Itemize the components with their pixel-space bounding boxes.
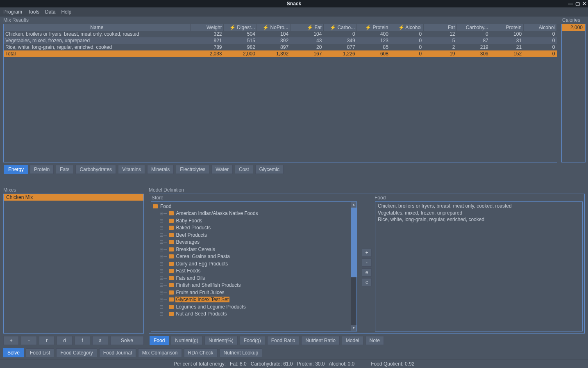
tree-item[interactable]: ⊟─Fast Foods (151, 267, 356, 275)
mix-btn-solve[interactable]: Solve (110, 336, 144, 345)
tree-item[interactable]: ⊟─Finfish and Shellfish Products (151, 282, 356, 289)
folder-icon (169, 283, 174, 287)
mix-btn-+[interactable]: + (3, 336, 19, 345)
scroll-up-icon[interactable]: ▴ (351, 202, 356, 208)
status-carb: Carbohydrate: 61.0 (251, 361, 293, 367)
maximize-icon[interactable]: ▢ (575, 1, 580, 7)
bottom-tab-food-category[interactable]: Food Category (56, 348, 97, 357)
tab-vitamins[interactable]: Vitamins (118, 165, 145, 174)
store-tree[interactable]: Food⊟─American Indian/Alaska Native Food… (151, 201, 357, 331)
bottom-tab-rda-check[interactable]: RDA Check (184, 348, 218, 357)
table-row[interactable]: Vegetables, mixed, frozen, unprepared921… (4, 37, 557, 44)
scroll-thumb[interactable] (351, 208, 356, 277)
folder-icon (169, 211, 174, 215)
status-fat: Fat: 8.0 (230, 361, 247, 367)
col-header[interactable]: ⚡ NoPro... (257, 24, 290, 31)
col-header[interactable]: Protein (490, 24, 523, 31)
tab-minerals[interactable]: Minerals (147, 165, 174, 174)
food-item[interactable]: Vegetables, mixed, frozen, unprepared (378, 210, 580, 217)
menu-help[interactable]: Help (61, 9, 71, 15)
bottom-tab-mix-comparison[interactable]: Mix Comparison (138, 348, 182, 357)
food-tab-nutrientg[interactable]: Nutrient(g) (171, 336, 202, 345)
tree-btn-c[interactable]: c (362, 278, 372, 286)
food-tab-nutrient[interactable]: Nutrient(%) (204, 336, 238, 345)
tree-item[interactable]: ⊟─Beef Products (151, 231, 356, 239)
table-row[interactable]: Rice, white, long-grain, regular, enrich… (4, 44, 557, 50)
mix-btn--[interactable]: - (21, 336, 36, 345)
tree-item[interactable]: ⊟─Nut and Seed Products (151, 311, 356, 318)
food-tabs: FoodNutrient(g)Nutrient(%)Food(g)Food Ra… (146, 334, 587, 347)
folder-icon (169, 247, 174, 251)
mix-btn-d[interactable]: d (57, 336, 72, 345)
tab-fats[interactable]: Fats (56, 165, 73, 174)
tree-item[interactable]: ⊟─Legumes and Legume Products (151, 303, 356, 311)
tree-item[interactable]: ⊟─Fats and Oils (151, 274, 356, 282)
col-header[interactable]: ⚡ Protein (357, 24, 390, 31)
tree-item[interactable]: ⊟─Baked Products (151, 224, 356, 232)
tree-item[interactable]: ⊟─Beverages (151, 239, 356, 246)
tree-item[interactable]: ⊟─Baby Foods (151, 217, 356, 224)
food-tab-note[interactable]: Note (366, 336, 384, 345)
food-tab-foodg[interactable]: Food(g) (240, 336, 265, 345)
tree-btn-+[interactable]: + (362, 249, 372, 257)
folder-icon (169, 269, 174, 273)
folder-icon (169, 305, 174, 309)
col-header[interactable]: Alcohol (523, 24, 556, 31)
food-item[interactable]: Chicken, broilers or fryers, breast, mea… (378, 203, 580, 210)
total-row: Total2,0332,0001,3921671,226608019306152… (4, 50, 557, 57)
menu-data[interactable]: Data (45, 9, 55, 15)
bottom-tab-solve[interactable]: Solve (3, 348, 24, 357)
food-tab-nutrientratio[interactable]: Nutrient Ratio (301, 336, 339, 345)
tab-protein[interactable]: Protein (30, 165, 54, 174)
close-icon[interactable]: ✕ (582, 1, 586, 7)
food-tab-foodratio[interactable]: Food Ratio (267, 336, 300, 345)
folder-icon (169, 240, 174, 244)
folder-icon (169, 312, 174, 316)
tree-btn-e[interactable]: e (362, 268, 372, 277)
tree-item[interactable]: ⊟─Cereal Grains and Pasta (151, 253, 356, 261)
table-row[interactable]: Chicken, broilers or fryers, breast, mea… (4, 31, 557, 37)
col-header[interactable]: Fat (423, 24, 456, 31)
col-header[interactable]: ⚡ Fat (290, 24, 323, 31)
tree-scrollbar[interactable]: ▴ ▾ (351, 202, 356, 331)
food-item[interactable]: Rice, white, long-grain, regular, enrich… (378, 216, 580, 223)
tab-cost[interactable]: Cost (235, 165, 253, 174)
tree-item[interactable]: ⊟─American Indian/Alaska Native Foods (151, 210, 356, 217)
tab-water[interactable]: Water (211, 165, 233, 174)
col-header[interactable]: Name (4, 24, 190, 31)
tab-electrolytes[interactable]: Electrolytes (176, 165, 209, 174)
bottom-tab-food-list[interactable]: Food List (26, 348, 54, 357)
col-header[interactable]: Weight (190, 24, 223, 31)
scroll-down-icon[interactable]: ▾ (351, 325, 356, 331)
col-header[interactable]: ⚡ Alcohol (390, 24, 423, 31)
mix-btn-f[interactable]: f (75, 336, 90, 345)
mix-item[interactable]: Chicken Mix (4, 194, 143, 201)
col-header[interactable]: ⚡ Digest... (224, 24, 257, 31)
bottom-tab-nutrient-lookup[interactable]: Nutrient Lookup (220, 348, 263, 357)
col-header[interactable]: ⚡ Carbo... (323, 24, 356, 31)
tab-energy[interactable]: Energy (4, 165, 28, 174)
status-bar: Per cent of total energy: Fat: 8.0 Carbo… (0, 359, 588, 368)
tab-glycemic[interactable]: Glycemic (255, 165, 284, 174)
bottom-tab-food-journal[interactable]: Food Journal (99, 348, 136, 357)
tree-item[interactable]: ⊟─Breakfast Cereals (151, 246, 356, 253)
tab-carbohydrates[interactable]: Carbohydrates (75, 165, 116, 174)
tree-item[interactable]: ⊟─Fruits and Fruit Juices (151, 289, 356, 296)
tree-item[interactable]: ⊟─Glycemic Index Test Set (151, 296, 356, 304)
tree-item[interactable]: ⊟─Dairy and Egg Products (151, 260, 356, 267)
food-tab-food[interactable]: Food (150, 336, 169, 345)
menu-program[interactable]: Program (3, 9, 22, 15)
mix-results-table: NameWeight⚡ Digest...⚡ NoPro...⚡ Fat⚡ Ca… (4, 24, 557, 57)
col-header[interactable]: Carbohy... (457, 24, 490, 31)
calories-value[interactable]: 2,000 (562, 24, 585, 31)
food-panel[interactable]: Chicken, broilers or fryers, breast, mea… (375, 201, 583, 331)
menu-tools[interactable]: Tools (28, 9, 39, 15)
energy-tabs: EnergyProteinFatsCarbohydratesVitaminsMi… (1, 163, 560, 176)
food-tab-model[interactable]: Model (342, 336, 363, 345)
tree-item[interactable]: Food (151, 203, 356, 210)
mix-btn-a[interactable]: a (92, 336, 108, 345)
tree-btn--[interactable]: - (362, 258, 372, 267)
minimize-icon[interactable]: — (568, 1, 573, 7)
model-definition-label: Model Definition (146, 187, 186, 193)
mix-btn-r[interactable]: r (39, 336, 54, 345)
